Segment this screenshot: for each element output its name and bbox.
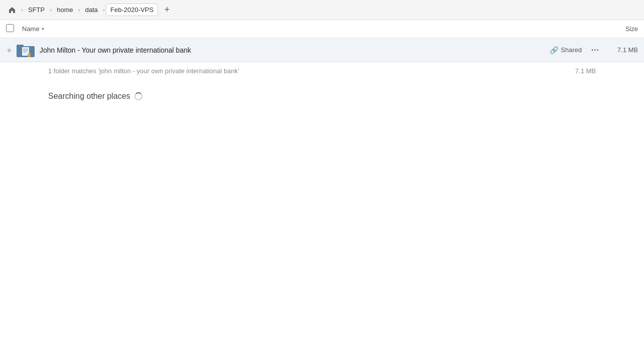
file-list-row[interactable]: ★ John Milton - Your own private interna…	[0, 38, 644, 62]
chevron-icon-0: ›	[21, 7, 23, 14]
shared-label: Shared	[561, 46, 582, 54]
name-column-header[interactable]: Name ▾	[22, 25, 598, 33]
home-button[interactable]	[4, 2, 20, 18]
loading-spinner	[134, 92, 142, 100]
search-results-size: 7.1 MB	[575, 67, 596, 75]
more-icon: ⋯	[591, 45, 599, 55]
breadcrumb-label-home: home	[57, 6, 73, 14]
breadcrumb-label-feb2020vps: Feb-2020-VPS	[110, 6, 153, 14]
header-bar: › SFTP › home › data › Feb-2020-VPS +	[0, 0, 644, 20]
select-all-input[interactable]	[6, 24, 14, 32]
svg-rect-3	[23, 49, 28, 50]
file-size: 7.1 MB	[608, 46, 638, 54]
more-options-button[interactable]: ⋯	[588, 43, 602, 57]
sort-arrow-icon: ▾	[42, 26, 44, 32]
select-all-checkbox[interactable]	[6, 24, 18, 34]
star-button[interactable]: ★	[6, 46, 13, 54]
svg-rect-5	[23, 52, 27, 53]
breadcrumb-sftp[interactable]: SFTP	[24, 4, 49, 16]
searching-other-label: Searching other places	[48, 92, 130, 101]
svg-rect-6	[28, 53, 31, 57]
search-results-row: 1 folder matches 'john milton - your own…	[0, 62, 644, 80]
shared-button[interactable]: 🔗 Shared	[550, 46, 582, 54]
chevron-icon-1: ›	[50, 7, 52, 14]
chevron-icon-2: ›	[78, 7, 80, 14]
link-icon: 🔗	[550, 46, 558, 54]
add-tab-icon: +	[165, 5, 170, 15]
breadcrumb-home[interactable]: home	[53, 4, 77, 16]
breadcrumb-feb2020vps[interactable]: Feb-2020-VPS	[106, 4, 158, 16]
size-column-header: Size	[598, 25, 638, 33]
searching-other-section: Searching other places	[0, 80, 644, 105]
breadcrumb-data[interactable]: data	[81, 4, 102, 16]
add-tab-button[interactable]: +	[160, 3, 174, 17]
svg-rect-4	[23, 50, 28, 51]
file-name: John Milton - Your own private internati…	[40, 46, 550, 54]
size-column-label: Size	[625, 25, 638, 33]
search-results-text: 1 folder matches 'john milton - your own…	[48, 67, 239, 75]
column-header: Name ▾ Size	[0, 20, 644, 38]
name-column-label: Name	[22, 25, 40, 33]
folder-icon	[17, 41, 35, 59]
breadcrumb-label-sftp: SFTP	[28, 6, 45, 14]
breadcrumb-label-data: data	[85, 6, 98, 14]
chevron-icon-3: ›	[103, 7, 105, 14]
